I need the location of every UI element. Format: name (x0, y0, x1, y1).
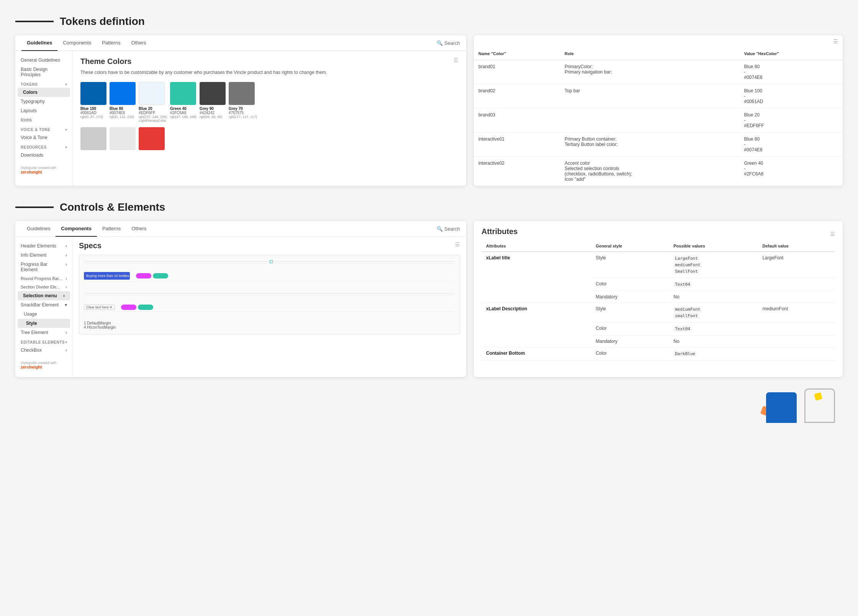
attr-desc-color-cell: Color (591, 323, 669, 336)
attr-col-attributes: Attributes (481, 241, 591, 252)
sidebar-item-typography[interactable]: Typography (15, 97, 72, 106)
attr-desc-style-values: mediumFont smallFont (669, 303, 758, 323)
chevron-tokens: ▾ (65, 82, 67, 87)
tab-guidelines-2[interactable]: Guidelines (21, 221, 56, 237)
cell-interactive01-role: Primary Button container;Tertiary Button… (560, 133, 739, 157)
sidebar-item-colors[interactable]: Colors (18, 88, 70, 97)
attr-container-color-values: DarkBlue (669, 347, 758, 360)
section-line (15, 21, 54, 22)
nav-search-2[interactable]: 🔍 Search (437, 226, 460, 232)
sel-row-3 (84, 292, 455, 295)
attr-col-general-style: General style (591, 241, 669, 252)
tab-components-2[interactable]: Components (56, 221, 97, 237)
sidebar-item-voice-tone[interactable]: Voice & Tone (15, 133, 72, 142)
swatch-green40: Green 40 #2FC6A8 rgb(47, 198, 168) (170, 82, 196, 123)
swatch-box-blue100 (80, 82, 106, 105)
attr-color-default (758, 278, 835, 291)
swatch-grey10 (110, 127, 136, 152)
cell-brand03-role (560, 108, 739, 133)
sidebar-item-downloads[interactable]: Downloads (15, 151, 72, 160)
sel-bar-blue: Buying more than 10 bottles... (84, 272, 130, 280)
tokens-nav-tabs: Guidelines Components Patterns Others 🔍 … (15, 35, 466, 51)
sidebar-item-progress-bar[interactable]: Progress Bar Element › (15, 260, 72, 274)
controls-app-panel: Guidelines Components Patterns Others 🔍 … (15, 221, 466, 377)
sidebar-item-layouts[interactable]: Layouts (15, 106, 72, 115)
swatch-box-grey90 (200, 82, 226, 105)
tab-others-1[interactable]: Others (126, 35, 152, 51)
sidebar-item-info-element[interactable]: Info Element › (15, 251, 72, 260)
section-title-tokens: Tokens defintion (60, 15, 145, 28)
sel-row-2: Buying more than 10 bottles... (84, 270, 455, 282)
col-name: Name "Color" (474, 48, 560, 60)
cell-brand01-value: Blue 80-#0074E8 (739, 60, 843, 84)
sel-divider-2 (84, 293, 455, 293)
swatch-box-grey70 (229, 82, 255, 105)
swatch-box-red (139, 127, 165, 150)
attr-container-color-cell: Color (591, 347, 669, 360)
cell-interactive01-value: Blue 80-#0074E8 (739, 133, 843, 157)
deco-blue-shape (766, 392, 797, 423)
sidebar-item-selection-menu[interactable]: Selection menu › (18, 291, 70, 300)
attr-row-container-bottom: Container Bottom Color DarkBlue (481, 347, 835, 360)
attr-mandatory-cell: Mandatory (591, 291, 669, 303)
sel-tag-teal-2 (138, 305, 153, 310)
controls-row: Guidelines Components Patterns Others 🔍 … (15, 221, 843, 377)
table-row: brand01 PrimaryColor;Primary navigation … (474, 60, 843, 84)
attr-xlabel-title: xLabel title (481, 252, 591, 303)
attr-style-default: LargeFont (758, 252, 835, 278)
color-tokens-table: Name "Color" Role Value "HexColor" brand… (474, 48, 843, 186)
col-value: Value "HexColor" (739, 48, 843, 60)
sidebar-item-icons[interactable]: Icons (15, 115, 72, 125)
sidebar-item-checkbox[interactable]: CheckBox › (15, 346, 72, 355)
sidebar-item-usage[interactable]: Usage (15, 310, 72, 319)
sidebar-section-resources: RESOURCES ▾ (15, 142, 72, 151)
sidebar-item-snackbar[interactable]: SnackBar Element ▾ (15, 300, 72, 310)
tab-patterns-1[interactable]: Patterns (97, 35, 126, 51)
specs-menu-icon[interactable]: ☰ (455, 241, 460, 247)
attr-mandatory-default (758, 291, 835, 303)
table-menu-icon-1[interactable]: ☰ (833, 38, 838, 44)
swatch-box-green40 (170, 82, 196, 105)
specs-title: Specs (79, 241, 102, 250)
search-icon-1: 🔍 (437, 40, 443, 46)
attr-style-cell: Style (591, 252, 669, 278)
tab-guidelines-1[interactable]: Guidelines (21, 35, 57, 51)
attr-color-cell: Color (591, 278, 669, 291)
content-menu-icon[interactable]: ☰ (454, 57, 458, 63)
cell-brand01-name: brand01 (474, 60, 560, 84)
attr-desc-mandatory-default (758, 336, 835, 347)
attr-desc-mandatory-values: No (669, 336, 758, 347)
close-tag[interactable]: Clear text here ✕ (84, 305, 115, 310)
attr-desc-style-default: mediumFont (758, 303, 835, 323)
chevron-resources: ▾ (65, 145, 67, 149)
sidebar-section-editable: EDITABLE ELEMENTS ▾ (15, 337, 72, 346)
swatch-box-blue20 (139, 82, 165, 105)
theme-colors-title: Theme Colors (80, 57, 327, 66)
tab-patterns-2[interactable]: Patterns (97, 221, 126, 237)
sidebar-item-header-elements[interactable]: Header Elements › (15, 241, 72, 251)
attr-container-color-default (758, 347, 835, 360)
table-menu-icon-2[interactable]: ☰ (830, 231, 835, 237)
attributes-table: Attributes General style Possible values… (481, 241, 835, 360)
attr-desc-color-values: Text04 (669, 323, 758, 336)
sel-tags-2 (121, 305, 153, 310)
sidebar-item-style[interactable]: Style (18, 319, 70, 328)
sel-tag-pink (136, 273, 151, 279)
specs-preview-area: Buying more than 10 bottles... (79, 255, 460, 334)
col-role: Role (560, 48, 739, 60)
search-icon-2: 🔍 (437, 226, 443, 232)
close-icon: ✕ (110, 305, 113, 309)
tab-others-2[interactable]: Others (126, 221, 152, 237)
controls-app-body: Header Elements › Info Element › Progres… (15, 237, 466, 377)
sel-tags (136, 273, 168, 279)
sidebar-item-section-divider[interactable]: Section Divider Ele... › (15, 283, 72, 291)
tab-components-1[interactable]: Components (57, 35, 97, 51)
sidebar-item-basic-design[interactable]: Basic Design Principles (15, 65, 72, 79)
sidebar-item-general-guidelines[interactable]: General Guidelines (15, 56, 72, 65)
sidebar-item-round-progress[interactable]: Round Progress Bar... › (15, 274, 72, 283)
swatch-blue20: Blue 20 #EDF6FF rgb(237, 246, 255) Light… (139, 82, 167, 123)
nav-search-1[interactable]: 🔍 Search (437, 40, 460, 46)
sidebar-item-tree-element[interactable]: Tree Element › (15, 328, 72, 337)
color-swatches-row2 (80, 127, 458, 152)
section-tokens: Tokens defintion Guidelines Components P… (15, 15, 843, 186)
